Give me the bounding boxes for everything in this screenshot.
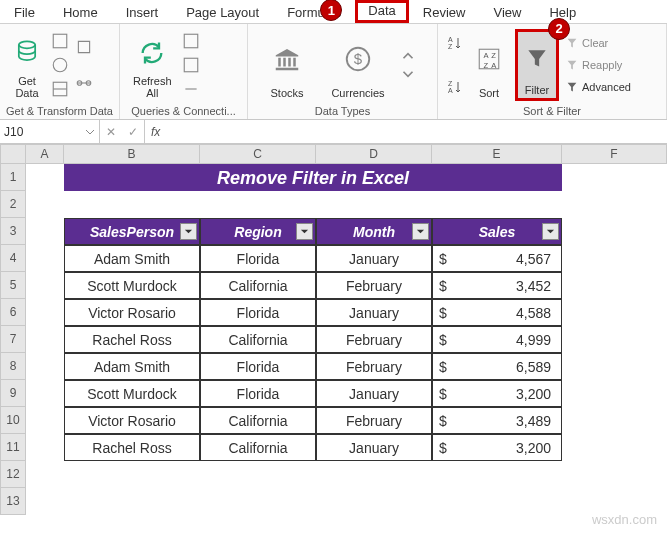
properties-icon[interactable] — [182, 56, 200, 74]
from-text-icon[interactable] — [51, 32, 69, 50]
cell[interactable] — [562, 218, 667, 245]
cell-sales[interactable]: $4,999 — [432, 326, 562, 353]
col-header-a[interactable]: A — [26, 144, 64, 164]
cell[interactable] — [316, 191, 432, 218]
tab-page-layout[interactable]: Page Layout — [172, 0, 273, 23]
cell[interactable] — [26, 434, 64, 461]
cell[interactable] — [26, 299, 64, 326]
cell[interactable] — [26, 353, 64, 380]
recent-sources-icon[interactable] — [75, 38, 93, 56]
cell[interactable] — [562, 353, 667, 380]
filter-dropdown-button[interactable] — [296, 223, 313, 240]
cell[interactable] — [432, 488, 562, 515]
cell-salesperson[interactable]: Scott Murdock — [64, 380, 200, 407]
cell-salesperson[interactable]: Scott Murdock — [64, 272, 200, 299]
sort-asc-button[interactable]: AZ — [447, 35, 463, 51]
cell-month[interactable]: February — [316, 407, 432, 434]
sort-button[interactable]: AZZA Sort — [469, 29, 509, 101]
cell[interactable] — [26, 326, 64, 353]
filter-dropdown-button[interactable] — [412, 223, 429, 240]
col-header-f[interactable]: F — [562, 144, 667, 164]
cell-sales[interactable]: $3,200 — [432, 434, 562, 461]
cell-region[interactable]: Florida — [200, 299, 316, 326]
cell[interactable] — [562, 461, 667, 488]
cell[interactable] — [26, 461, 64, 488]
title-cell[interactable]: Remove Filter in Excel — [64, 164, 562, 191]
cell-month[interactable]: February — [316, 353, 432, 380]
cell-month[interactable]: February — [316, 272, 432, 299]
cell-month[interactable]: January — [316, 245, 432, 272]
row-header[interactable]: 13 — [0, 488, 26, 515]
cell-region[interactable]: Florida — [200, 245, 316, 272]
cell[interactable] — [64, 488, 200, 515]
sort-desc-button[interactable]: ZA — [447, 79, 463, 95]
tab-formulas[interactable]: Formulas — [273, 0, 355, 23]
cell[interactable] — [26, 191, 64, 218]
cell[interactable] — [562, 407, 667, 434]
cell-salesperson[interactable]: Victor Rosario — [64, 407, 200, 434]
cell[interactable] — [316, 461, 432, 488]
row-header[interactable]: 6 — [0, 299, 26, 326]
cell[interactable] — [26, 164, 64, 191]
cell[interactable] — [200, 488, 316, 515]
cell[interactable] — [562, 272, 667, 299]
table-header[interactable]: Sales — [432, 218, 562, 245]
cell-sales[interactable]: $3,200 — [432, 380, 562, 407]
existing-connections-icon[interactable] — [75, 74, 93, 92]
col-header-b[interactable]: B — [64, 144, 200, 164]
col-header-e[interactable]: E — [432, 144, 562, 164]
cell[interactable] — [562, 488, 667, 515]
cell-region[interactable]: California — [200, 272, 316, 299]
cell[interactable] — [562, 299, 667, 326]
get-data-button[interactable]: Get Data — [9, 29, 45, 101]
nav-down-icon[interactable] — [399, 65, 417, 83]
cell-month[interactable]: February — [316, 326, 432, 353]
cell-region[interactable]: California — [200, 407, 316, 434]
nav-up-icon[interactable] — [399, 47, 417, 65]
cell[interactable] — [432, 191, 562, 218]
row-header[interactable]: 5 — [0, 272, 26, 299]
cell[interactable] — [64, 191, 200, 218]
tab-home[interactable]: Home — [49, 0, 112, 23]
edit-links-icon[interactable] — [182, 80, 200, 98]
cell[interactable] — [562, 380, 667, 407]
col-header-d[interactable]: D — [316, 144, 432, 164]
cancel-formula-button[interactable]: ✕ — [100, 125, 122, 139]
tab-data[interactable]: Data 1 — [355, 0, 408, 23]
select-all-corner[interactable] — [0, 144, 26, 164]
row-header[interactable]: 11 — [0, 434, 26, 461]
cell-region[interactable]: Florida — [200, 380, 316, 407]
cell-sales[interactable]: $4,588 — [432, 299, 562, 326]
cell-region[interactable]: Florida — [200, 353, 316, 380]
cell[interactable] — [200, 461, 316, 488]
row-header[interactable]: 2 — [0, 191, 26, 218]
cell[interactable] — [562, 326, 667, 353]
cell-salesperson[interactable]: Rachel Ross — [64, 434, 200, 461]
tab-view[interactable]: View — [479, 0, 535, 23]
advanced-button[interactable]: Advanced — [565, 80, 631, 94]
name-box[interactable]: J10 — [0, 120, 100, 143]
table-header[interactable]: SalesPerson — [64, 218, 200, 245]
cell[interactable] — [26, 272, 64, 299]
cell-region[interactable]: California — [200, 326, 316, 353]
cell-sales[interactable]: $3,452 — [432, 272, 562, 299]
cell-region[interactable]: California — [200, 434, 316, 461]
cell-sales[interactable]: $3,489 — [432, 407, 562, 434]
cell-salesperson[interactable]: Victor Rosario — [64, 299, 200, 326]
cell[interactable] — [26, 407, 64, 434]
stocks-button[interactable]: Stocks — [257, 29, 317, 101]
clear-button[interactable]: Clear — [565, 36, 631, 50]
row-header[interactable]: 3 — [0, 218, 26, 245]
cell[interactable] — [64, 461, 200, 488]
cell[interactable] — [432, 461, 562, 488]
filter-dropdown-button[interactable] — [180, 223, 197, 240]
cell-sales[interactable]: $6,589 — [432, 353, 562, 380]
cell-salesperson[interactable]: Rachel Ross — [64, 326, 200, 353]
accept-formula-button[interactable]: ✓ — [122, 125, 144, 139]
cell[interactable] — [316, 488, 432, 515]
cell[interactable] — [26, 488, 64, 515]
cell-month[interactable]: January — [316, 299, 432, 326]
row-header[interactable]: 9 — [0, 380, 26, 407]
row-header[interactable]: 1 — [0, 164, 26, 191]
fx-label[interactable]: fx — [145, 120, 166, 143]
